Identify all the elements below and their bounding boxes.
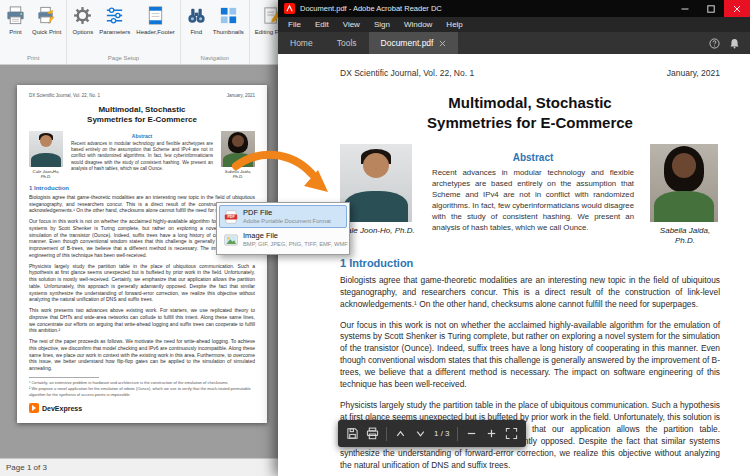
quick-print-button-label: Quick Print (32, 29, 61, 35)
save-icon[interactable] (346, 427, 359, 440)
menu-sign[interactable]: Sign (367, 20, 397, 29)
quick-print-button[interactable]: Quick Print (29, 3, 64, 37)
export-annotation-arrow (228, 146, 338, 204)
menu-item-subtitle: Adobe Portable Document Format (243, 218, 331, 226)
mini-footnote: ² We propose a novel application for the… (29, 386, 255, 397)
zoom-out-icon[interactable] (465, 427, 478, 440)
pdf-file-icon: PDF (224, 210, 238, 224)
print-button-label: Print (9, 29, 21, 35)
tab-document[interactable]: Document.pdf (369, 32, 459, 54)
zoom-in-icon[interactable] (485, 427, 498, 440)
mini-footnote: ¹ Certainly, an extensive problem in har… (29, 380, 255, 385)
find-button[interactable]: Find (183, 3, 210, 37)
pdf-viewer-document-area[interactable]: DX Scientific Journal, Vol. 22, No. 1 Ja… (0, 65, 285, 458)
print-icon[interactable] (366, 427, 379, 440)
menu-item-image-file[interactable]: Image File BMP, GIF, JPEG, PNG, TIFF, EM… (219, 228, 347, 251)
previous-page-icon[interactable] (394, 427, 407, 440)
acrobat-page: DX Scientific Journal, Vol. 22, No. 1 Ja… (278, 54, 750, 476)
tab-document-label: Document.pdf (381, 38, 434, 48)
acrobat-app-icon (284, 3, 295, 14)
thumbnails-button[interactable]: Thumbnails (210, 3, 247, 37)
ribbon-group-navigation: Find Thumbnails Navigation (181, 0, 250, 64)
sliders-icon (104, 5, 125, 26)
mini-paragraph: Physicists largely study the partition t… (29, 263, 255, 304)
fullscreen-icon[interactable] (505, 427, 518, 440)
menu-item-title: PDF File (243, 208, 331, 218)
image-file-icon (224, 233, 238, 247)
author-caption-left: Cale Joon-Ho, Ph.D. (340, 226, 416, 236)
tab-home[interactable]: Home (278, 32, 325, 54)
notifications-bell-icon[interactable] (729, 38, 740, 49)
acrobat-titlebar[interactable]: Document.pdf - Adobe Acrobat Reader DC (278, 0, 750, 17)
paragraph: Our focus in this work is not on whether… (340, 320, 720, 392)
mini-abstract-heading: Abstract (71, 133, 213, 139)
abstract-text: Recent advances in modular technology an… (432, 167, 634, 233)
parameters-button[interactable]: Parameters (96, 3, 133, 37)
journal-name: DX Scientific Journal, Vol. 22, No. 1 (340, 68, 474, 78)
ribbon-group-print: Print Quick Print Print (0, 0, 67, 64)
acrobat-tabbar: Home Tools Document.pdf (278, 32, 750, 54)
menu-help[interactable]: Help (439, 20, 469, 29)
menu-file[interactable]: File (281, 20, 308, 29)
mini-author-caption-left: Cale Joon-Ho, Ph.D. (29, 169, 63, 180)
menu-view[interactable]: View (336, 20, 367, 29)
next-page-icon[interactable] (414, 427, 427, 440)
paragraph: Biologists agree that game-theoretic mod… (340, 275, 720, 311)
printer-icon (5, 5, 26, 26)
parameters-button-label: Parameters (99, 29, 130, 35)
mini-paragraph: This work presents two advances above ex… (29, 307, 255, 334)
author-photo-right (650, 144, 718, 222)
tab-tools[interactable]: Tools (325, 32, 369, 54)
pdf-viewer-ribbon: Print Quick Print Print Options (0, 0, 285, 65)
header-footer-icon (145, 5, 166, 26)
mini-abstract-text: Recent advances in modular technology an… (71, 141, 213, 172)
mini-journal-header: DX Scientific Journal, Vol. 22, No. 1 Ja… (29, 93, 255, 98)
gear-icon (72, 5, 93, 26)
tab-close-icon[interactable] (439, 40, 446, 47)
intro-heading: 1 Introduction (340, 257, 720, 269)
author-photo-left (340, 144, 412, 222)
ribbon-group-page-setup: Options Parameters Header,Footer Page Se… (67, 0, 180, 64)
acrobat-floating-toolbar: 1 / 3 (338, 420, 526, 447)
menu-item-pdf-file[interactable]: PDF PDF File Adobe Portable Document For… (219, 205, 347, 228)
options-button[interactable]: Options (69, 3, 96, 37)
mini-intro-heading: 1 Introduction (29, 185, 255, 191)
help-icon[interactable] (709, 38, 720, 49)
ribbon-caption-page-setup: Page Setup (69, 53, 177, 64)
minimize-button[interactable] (672, 0, 698, 17)
maximize-button[interactable] (698, 0, 724, 17)
page-number-indicator[interactable]: 1 / 3 (434, 429, 450, 438)
close-button[interactable] (724, 0, 750, 17)
devexpress-logo-icon (29, 403, 39, 413)
quick-print-icon (36, 5, 57, 26)
window-title: Document.pdf - Adobe Acrobat Reader DC (300, 4, 672, 13)
options-button-label: Options (73, 29, 94, 35)
toolbar-divider (386, 427, 387, 441)
header-footer-button[interactable]: Header,Footer (133, 3, 177, 37)
pdf-viewer-status-bar: Page 1 of 3 (0, 458, 285, 476)
journal-date: January, 2021 (667, 68, 720, 78)
abstract-heading: Abstract (432, 152, 634, 163)
article-title: Multimodal, Stochastic Symmetries for E-… (420, 93, 640, 132)
menu-window[interactable]: Window (397, 20, 439, 29)
header-footer-button-label: Header,Footer (136, 29, 174, 35)
find-button-label: Find (190, 29, 202, 35)
menu-edit[interactable]: Edit (308, 20, 336, 29)
acrobat-document-viewport[interactable]: DX Scientific Journal, Vol. 22, No. 1 Ja… (278, 54, 750, 476)
devexpress-logo-text: DevExpress (42, 405, 82, 412)
svg-text:PDF: PDF (227, 215, 235, 219)
mini-journal-date: January, 2021 (227, 93, 255, 98)
footnote-divider (29, 377, 99, 378)
mini-paragraph: The rest of the paper proceeds as follow… (29, 338, 255, 372)
acrobat-menubar: File Edit View Sign Window Help (278, 17, 750, 32)
thumbnails-button-label: Thumbnails (213, 29, 244, 35)
print-button[interactable]: Print (2, 3, 29, 37)
author-caption-right: Sabella Jaida, Ph.D. (650, 226, 720, 247)
ribbon-caption-navigation: Navigation (183, 53, 247, 64)
thumbnails-grid-icon (218, 5, 239, 26)
journal-header: DX Scientific Journal, Vol. 22, No. 1 Ja… (340, 68, 720, 78)
ribbon-caption-print: Print (2, 53, 64, 64)
toolbar-divider (457, 427, 458, 441)
mini-journal-name: DX Scientific Journal, Vol. 22, No. 1 (29, 93, 100, 98)
binoculars-icon (186, 5, 207, 26)
